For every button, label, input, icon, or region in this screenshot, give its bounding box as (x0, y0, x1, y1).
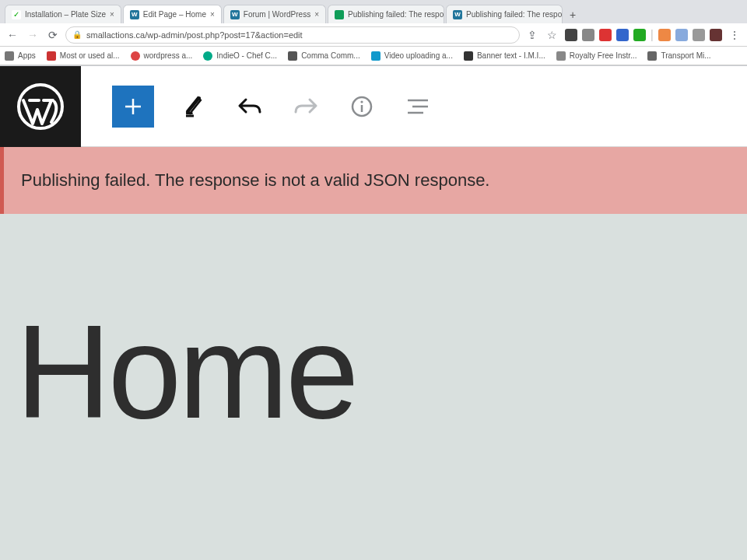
extension-icon[interactable] (633, 29, 646, 41)
bookmarks-bar: Apps Most or used al... wordpress a... I… (0, 47, 747, 65)
tab-label: Installation – Plate Size (25, 10, 106, 19)
extension-icon[interactable] (710, 29, 722, 41)
address-bar[interactable]: 🔒 smallactions.ca/wp-admin/post.php?post… (65, 26, 520, 44)
bookmark-item[interactable]: Royalty Free Instr... (556, 51, 637, 61)
browser-tab[interactable]: W Edit Page – Home × (123, 5, 222, 23)
bookmark-item[interactable]: wordpress a... (131, 51, 193, 61)
bookmark-label: Royalty Free Instr... (570, 51, 637, 60)
page-title-field[interactable]: Home (0, 214, 747, 438)
back-button[interactable]: ← (5, 27, 20, 43)
extension-icon[interactable] (565, 29, 577, 41)
bookmark-item[interactable]: Transport Mi... (647, 51, 710, 61)
svg-point-3 (360, 100, 363, 103)
browser-tab[interactable]: W Publishing failed: The respo × (446, 5, 563, 23)
bookmark-item[interactable]: Most or used al... (47, 51, 120, 61)
error-text: Publishing failed. The response is not a… (21, 170, 490, 190)
tab-label: Publishing failed: The respo (348, 10, 444, 19)
favicon-wordpress-icon: W (453, 10, 462, 19)
undo-icon (237, 95, 263, 118)
browser-tab[interactable]: ✓ Installation – Plate Size × (5, 5, 121, 23)
extension-icon[interactable] (675, 29, 688, 41)
browser-tab[interactable]: W Forum | WordPress × (223, 5, 326, 23)
bookmark-item[interactable]: Comma Comm... (288, 51, 360, 61)
bookmark-label: IndieO - Chef C... (216, 51, 277, 60)
tab-label: Edit Page – Home (143, 10, 206, 19)
tab-label: Publishing failed: The respo (466, 10, 562, 19)
extension-icon[interactable] (693, 29, 705, 41)
forward-button[interactable]: → (25, 27, 40, 43)
star-icon[interactable]: ☆ (545, 27, 560, 43)
bookmark-label: Apps (18, 51, 36, 60)
editor-toolbar (0, 66, 747, 147)
bookmark-label: Comma Comm... (301, 51, 360, 60)
wordpress-logo[interactable] (0, 66, 81, 147)
extension-icon[interactable] (599, 29, 612, 41)
redo-button[interactable] (289, 90, 322, 123)
edit-mode-button[interactable] (177, 90, 210, 123)
url-text: smallactions.ca/wp-admin/post.php?post=1… (86, 30, 303, 40)
favicon-green-icon (335, 10, 344, 19)
bookmark-item[interactable]: Apps (5, 51, 36, 61)
address-bar-row: ← → ⟳ 🔒 smallactions.ca/wp-admin/post.ph… (0, 23, 747, 47)
bookmark-item[interactable]: Banner text - I.M.I... (464, 51, 545, 61)
extensions-row: ⇪ ☆ | ⋮ (524, 27, 742, 43)
info-icon (350, 95, 374, 118)
bookmark-label: Video uploading a... (384, 51, 453, 60)
tab-close-icon[interactable]: × (314, 10, 319, 19)
extension-icon[interactable] (658, 29, 671, 41)
browser-tab[interactable]: Publishing failed: The respo × (328, 5, 444, 23)
share-icon[interactable]: ⇪ (524, 27, 540, 43)
plus-icon (122, 96, 144, 117)
info-button[interactable] (345, 90, 378, 123)
bookmark-label: Banner text - I.M.I... (477, 51, 545, 60)
tab-label: Forum | WordPress (244, 10, 310, 19)
bookmark-label: Most or used al... (60, 51, 120, 60)
wordpress-logo-icon (16, 82, 65, 131)
bookmark-label: Transport Mi... (661, 51, 710, 60)
add-block-button[interactable] (112, 86, 154, 128)
outline-button[interactable] (402, 90, 434, 123)
reload-button[interactable]: ⟳ (45, 27, 61, 43)
lock-icon: 🔒 (72, 30, 82, 39)
bookmark-item[interactable]: IndieO - Chef C... (203, 51, 277, 61)
extension-icon[interactable] (582, 29, 594, 41)
tab-strip: ✓ Installation – Plate Size × W Edit Pag… (0, 0, 747, 23)
pencil-icon (182, 95, 205, 118)
bookmark-item[interactable]: Video uploading a... (371, 51, 453, 61)
menu-icon[interactable]: ⋮ (727, 27, 742, 43)
bookmark-label: wordpress a... (144, 51, 193, 60)
favicon-check-icon: ✓ (12, 10, 21, 19)
error-notice: Publishing failed. The response is not a… (0, 147, 747, 214)
undo-button[interactable] (233, 90, 266, 123)
list-icon (406, 97, 430, 116)
tab-close-icon[interactable]: × (110, 10, 114, 19)
extension-icon[interactable] (616, 29, 629, 41)
favicon-wordpress-icon: W (130, 10, 139, 19)
browser-chrome: ✓ Installation – Plate Size × W Edit Pag… (0, 0, 747, 66)
toolbar-buttons (81, 66, 747, 146)
editor-canvas[interactable]: Home (0, 214, 747, 560)
redo-icon (293, 95, 319, 118)
new-tab-button[interactable]: + (564, 6, 581, 23)
tab-close-icon[interactable]: × (210, 10, 215, 19)
favicon-wordpress-icon: W (230, 10, 240, 19)
